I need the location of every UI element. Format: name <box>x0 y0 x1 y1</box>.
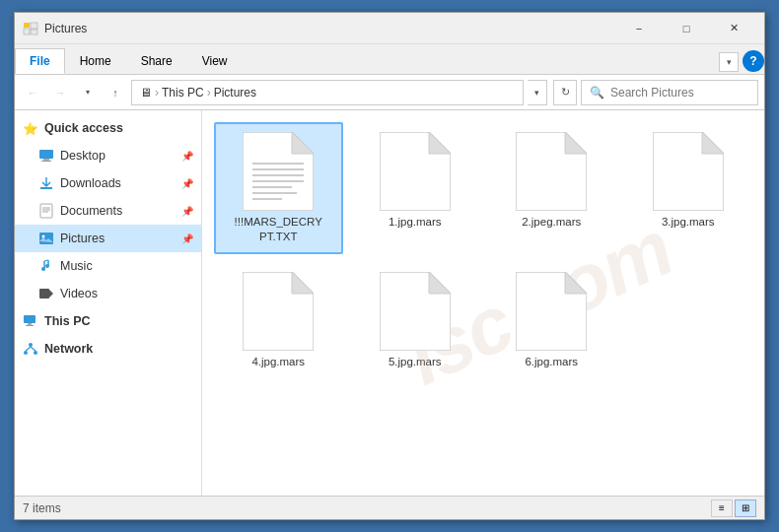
file-icon-generic <box>380 132 451 211</box>
svg-line-26 <box>31 347 35 351</box>
file-icon-generic <box>243 272 314 351</box>
svg-rect-6 <box>41 161 51 162</box>
svg-rect-12 <box>39 233 53 244</box>
svg-marker-43 <box>292 272 314 294</box>
minimize-button[interactable]: − <box>616 13 662 44</box>
file-name: 6.jpg.mars <box>525 355 578 369</box>
refresh-button[interactable]: ↻ <box>553 80 577 105</box>
sidebar-item-quick-access[interactable]: ⭐ Quick access <box>15 114 201 142</box>
svg-rect-4 <box>39 150 53 159</box>
tab-share[interactable]: Share <box>126 48 187 74</box>
pin-icon: 📌 <box>181 151 193 162</box>
up-button[interactable]: ↑ <box>104 81 127 104</box>
tab-file[interactable]: File <box>15 48 65 74</box>
sidebar-item-pictures[interactable]: Pictures 📌 <box>15 225 201 252</box>
forward-button[interactable]: → <box>48 81 72 104</box>
svg-rect-5 <box>43 159 49 161</box>
svg-point-24 <box>34 351 37 355</box>
svg-marker-41 <box>702 132 724 154</box>
file-icon-generic <box>516 272 587 351</box>
file-item[interactable]: 1.jpg.mars <box>351 122 480 254</box>
item-count: 7 items <box>23 501 61 515</box>
tab-view[interactable]: View <box>187 48 243 74</box>
icon-view-button[interactable]: ⊞ <box>735 499 756 517</box>
svg-point-14 <box>41 267 45 271</box>
svg-rect-20 <box>28 323 32 325</box>
file-icon-txt <box>243 132 314 211</box>
main-area: ⭐ Quick access Desktop 📌 Downloads 📌 <box>15 110 764 496</box>
file-name: 2.jpeg.mars <box>522 215 581 230</box>
path-pictures: Pictures <box>214 86 256 100</box>
svg-rect-17 <box>39 289 49 299</box>
pin-icon: 📌 <box>181 206 193 217</box>
file-item[interactable]: 4.jpg.mars <box>214 262 343 379</box>
path-dropdown-button[interactable]: ▾ <box>528 80 547 105</box>
svg-line-25 <box>26 347 31 351</box>
sidebar-item-desktop[interactable]: Desktop 📌 <box>15 142 201 169</box>
svg-marker-47 <box>565 272 587 294</box>
download-icon <box>38 175 54 191</box>
music-icon <box>38 258 54 274</box>
search-box[interactable]: 🔍 <box>581 80 758 105</box>
search-icon: 🔍 <box>590 86 604 100</box>
file-name: !!!MARS_DECRYPT.TXT <box>234 215 322 244</box>
svg-marker-39 <box>565 132 587 154</box>
sidebar-item-videos[interactable]: Videos <box>15 280 201 307</box>
path-computer-icon: 🖥 <box>140 86 152 100</box>
svg-point-22 <box>29 343 33 347</box>
svg-rect-0 <box>24 23 30 28</box>
back-button[interactable]: ← <box>21 81 44 104</box>
file-icon-generic <box>380 272 451 351</box>
window-title: Pictures <box>44 22 616 35</box>
content-area: isc.com <box>202 110 764 496</box>
svg-marker-37 <box>429 132 451 154</box>
sidebar-item-documents[interactable]: Documents 📌 <box>15 197 201 225</box>
sidebar-item-music[interactable]: Music <box>15 252 201 280</box>
sidebar-item-network[interactable]: Network <box>15 335 201 363</box>
file-item[interactable]: !!!MARS_DECRYPT.TXT <box>214 122 343 254</box>
videos-icon <box>38 286 54 301</box>
file-name: 3.jpg.mars <box>662 215 715 230</box>
view-controls: ≡ ⊞ <box>711 499 756 517</box>
close-button[interactable]: ✕ <box>711 13 756 44</box>
ribbon: File Home Share View ▾ ? <box>15 44 764 75</box>
status-bar: 7 items ≡ ⊞ <box>15 496 764 519</box>
title-bar: Pictures − □ ✕ <box>15 13 764 44</box>
sidebar-item-this-pc[interactable]: This PC <box>15 307 201 335</box>
ribbon-collapse-button[interactable]: ▾ <box>719 52 739 72</box>
file-name: 5.jpg.mars <box>389 355 442 369</box>
file-item[interactable]: 6.jpg.mars <box>487 262 616 379</box>
dropdown-recent-button[interactable]: ▾ <box>76 81 100 104</box>
svg-point-23 <box>24 351 28 355</box>
search-input[interactable] <box>610 86 749 100</box>
file-item[interactable]: 5.jpg.mars <box>351 262 480 379</box>
star-icon: ⭐ <box>23 120 38 136</box>
svg-rect-3 <box>31 30 37 34</box>
list-view-button[interactable]: ≡ <box>711 499 733 517</box>
svg-rect-7 <box>40 187 52 189</box>
svg-marker-45 <box>429 272 451 294</box>
file-item[interactable]: 2.jpeg.mars <box>487 122 616 254</box>
svg-rect-21 <box>26 325 34 326</box>
tab-home[interactable]: Home <box>65 48 126 74</box>
address-path[interactable]: 🖥 › This PC › Pictures <box>131 80 524 105</box>
svg-point-15 <box>45 264 49 268</box>
svg-marker-28 <box>292 132 314 154</box>
window-icon <box>23 21 38 36</box>
window-controls: − □ ✕ <box>616 13 756 44</box>
sidebar-item-downloads[interactable]: Downloads 📌 <box>15 169 201 197</box>
file-name: 4.jpg.mars <box>251 355 305 369</box>
address-bar: ← → ▾ ↑ 🖥 › This PC › Pictures ▾ ↻ 🔍 <box>15 75 764 110</box>
svg-marker-18 <box>49 290 53 298</box>
help-button[interactable]: ? <box>743 50 764 72</box>
svg-rect-1 <box>24 29 30 34</box>
svg-rect-8 <box>40 204 52 218</box>
pin-icon: 📌 <box>181 178 193 189</box>
maximize-button[interactable]: □ <box>664 13 709 44</box>
svg-rect-2 <box>31 23 37 29</box>
desktop-icon <box>38 148 54 164</box>
sidebar: ⭐ Quick access Desktop 📌 Downloads 📌 <box>15 110 202 496</box>
pin-icon: 📌 <box>181 233 193 244</box>
ribbon-tabs: File Home Share View ▾ ? <box>15 44 764 74</box>
file-item[interactable]: 3.jpg.mars <box>624 122 753 254</box>
